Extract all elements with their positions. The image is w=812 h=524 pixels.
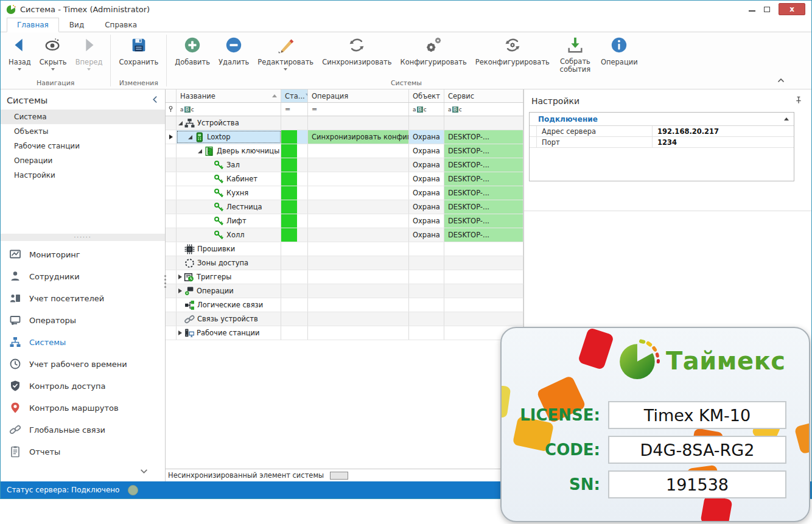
name-cell[interactable]: Loxtop xyxy=(177,130,281,144)
tab-glavnaya[interactable]: Главная xyxy=(7,18,59,32)
dropdown-arrow-icon[interactable] xyxy=(18,68,21,71)
service-cell[interactable]: DESKTOP-... xyxy=(444,200,523,214)
tab-vid[interactable]: Вид xyxy=(59,18,94,32)
sidebar-item-4[interactable]: Операции xyxy=(1,153,165,168)
module-item-systems[interactable]: Системы xyxy=(1,331,165,353)
name-cell[interactable]: Связь устройств xyxy=(177,312,281,326)
status-cell[interactable] xyxy=(281,158,308,172)
module-item-visitors[interactable]: Учет посетителей xyxy=(1,287,165,309)
pin-icon[interactable] xyxy=(794,95,803,107)
service-cell[interactable]: DESKTOP-... xyxy=(444,144,523,158)
tree-row-2[interactable]: LoxtopСинхронизировать конфигурациюОхран… xyxy=(166,130,523,144)
tree-row-12[interactable]: Триггеры xyxy=(166,270,523,284)
tree-row-10[interactable]: Прошивки xyxy=(166,242,523,256)
service-cell[interactable] xyxy=(444,312,523,326)
splitter-grip[interactable] xyxy=(164,275,167,288)
tree-row-11[interactable]: Зоны доступа xyxy=(166,256,523,270)
service-cell[interactable] xyxy=(444,270,523,284)
sidebar-item-5[interactable]: Настройки xyxy=(1,168,165,183)
property-group-header[interactable]: Подключение xyxy=(530,113,794,126)
close-button[interactable]: x xyxy=(779,3,805,15)
filter-cell-c-obj[interactable]: aBc xyxy=(409,103,444,116)
module-item-worktime[interactable]: Учет рабочего времени xyxy=(1,353,165,375)
status-cell[interactable] xyxy=(281,116,308,130)
status-cell[interactable] xyxy=(281,298,308,312)
dropdown-arrow-icon[interactable] xyxy=(51,68,55,71)
tree-row-5[interactable]: КабинетОхранаDESKTOP-... xyxy=(166,172,523,186)
status-cell[interactable] xyxy=(281,256,308,270)
name-cell[interactable]: Прошивки xyxy=(177,242,281,256)
ribbon-button-info[interactable]: Операции xyxy=(597,35,642,68)
filter-cell-c-name[interactable]: aBc xyxy=(177,103,281,116)
ribbon-button-back[interactable]: Назад xyxy=(4,35,35,72)
operation-cell[interactable] xyxy=(308,214,409,228)
name-cell[interactable]: Триггеры xyxy=(177,270,281,284)
object-cell[interactable]: Охрана xyxy=(409,158,444,172)
status-cell[interactable] xyxy=(281,172,308,186)
status-cell[interactable] xyxy=(281,228,308,242)
column-header-c-srv[interactable]: Сервис xyxy=(444,89,523,102)
object-cell[interactable]: Охрана xyxy=(409,200,444,214)
tree-row-7[interactable]: ЛестницаОхранаDESKTOP-... xyxy=(166,200,523,214)
column-header-c-obj[interactable]: Объект xyxy=(409,89,444,102)
status-cell[interactable] xyxy=(281,284,308,298)
ribbon-button-save[interactable]: Сохранить xyxy=(114,35,163,68)
expand-open-icon[interactable] xyxy=(188,135,192,139)
object-cell[interactable] xyxy=(409,312,444,326)
name-cell[interactable]: Устройства xyxy=(177,116,281,130)
expand-open-icon[interactable] xyxy=(178,121,183,125)
chevron-left-icon[interactable] xyxy=(152,94,158,106)
ribbon-button-collect[interactable]: Собрать события xyxy=(554,35,597,75)
ribbon-button-sync[interactable]: Синхронизировать xyxy=(318,35,396,68)
ribbon-button-edit[interactable]: Редактировать xyxy=(253,35,318,72)
service-cell[interactable] xyxy=(444,284,523,298)
service-cell[interactable]: DESKTOP-... xyxy=(444,158,523,172)
service-cell[interactable]: DESKTOP-... xyxy=(444,130,523,144)
tree-row-8[interactable]: ЛифтОхранаDESKTOP-... xyxy=(166,214,523,228)
name-cell[interactable]: Лестница xyxy=(177,200,281,214)
operation-cell[interactable] xyxy=(308,116,409,130)
ribbon-button-eye[interactable]: Скрыть xyxy=(35,35,71,72)
maximize-button[interactable] xyxy=(764,7,770,12)
tree-row-4[interactable]: ЗалОхранаDESKTOP-... xyxy=(166,158,523,172)
expand-closed-icon[interactable] xyxy=(178,330,182,335)
module-item-globallinks[interactable]: Глобальные связи xyxy=(1,419,165,441)
tree-row-16[interactable]: Рабочие станции xyxy=(166,326,523,340)
port-value[interactable]: 1234 xyxy=(653,137,794,147)
status-cell[interactable] xyxy=(281,186,308,200)
expand-closed-icon[interactable] xyxy=(178,274,182,279)
status-cell[interactable] xyxy=(281,144,308,158)
service-cell[interactable] xyxy=(444,256,523,270)
module-item-reports[interactable]: Отчеты xyxy=(1,441,165,463)
object-cell[interactable]: Охрана xyxy=(409,144,444,158)
service-cell[interactable]: DESKTOP-... xyxy=(444,172,523,186)
operation-cell[interactable] xyxy=(308,228,409,242)
object-cell[interactable]: Охрана xyxy=(409,214,444,228)
object-cell[interactable]: Охрана xyxy=(409,186,444,200)
ribbon-button-remove[interactable]: Удалить xyxy=(214,35,253,68)
column-header-c-sta[interactable]: Ста... xyxy=(281,89,308,102)
ribbon-button-reconfigure[interactable]: Реконфигурировать xyxy=(471,35,554,68)
name-cell[interactable]: Рабочие станции xyxy=(177,326,281,340)
sidebar-splitter[interactable]: ······ xyxy=(1,234,165,241)
service-cell[interactable]: DESKTOP-... xyxy=(444,228,523,242)
filter-cell-c-srv[interactable]: aBc xyxy=(444,103,523,116)
ribbon-button-add[interactable]: Добавить xyxy=(170,35,214,68)
service-cell[interactable]: DESKTOP-... xyxy=(444,186,523,200)
ribbon-button-forward[interactable]: Вперед xyxy=(71,35,107,72)
sidebar-item-3[interactable]: Рабочие станции xyxy=(1,139,165,153)
object-cell[interactable] xyxy=(409,284,444,298)
operation-cell[interactable] xyxy=(308,200,409,214)
expand-open-icon[interactable] xyxy=(198,149,202,153)
status-cell[interactable] xyxy=(281,200,308,214)
tree-row-1[interactable]: Устройства xyxy=(166,116,523,130)
operation-cell[interactable] xyxy=(308,284,409,298)
operation-cell[interactable] xyxy=(308,172,409,186)
name-cell[interactable]: Дверь ключницы xyxy=(177,144,281,158)
operation-cell[interactable] xyxy=(308,270,409,284)
tab-spravka[interactable]: Справка xyxy=(94,18,147,32)
name-cell[interactable]: Кабинет xyxy=(177,172,281,186)
expand-closed-icon[interactable] xyxy=(178,288,182,293)
status-cell[interactable] xyxy=(281,270,308,284)
filter-cell-c-sta[interactable]: = xyxy=(281,103,308,116)
